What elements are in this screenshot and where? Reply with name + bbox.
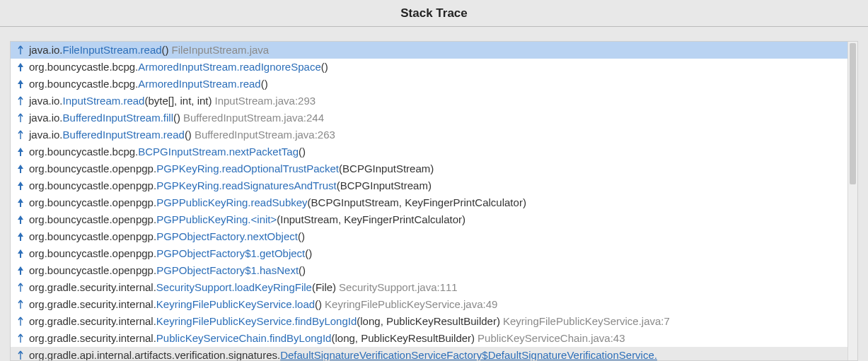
stack-frame-row[interactable]: org.gradle.security.internal.KeyringFile…	[11, 313, 857, 330]
package-name: org.bouncycastle.openpgp.	[29, 228, 156, 245]
method-params: (InputStream, KeyFingerPrintCalculator)	[277, 211, 465, 228]
stack-frame-row[interactable]: java.io.FileInputStream.read()FileInputS…	[11, 42, 857, 59]
up-arrow-icon	[15, 181, 26, 191]
stack-frame-row[interactable]: org.gradle.security.internal.KeyringFile…	[11, 296, 857, 313]
stack-frame-row[interactable]: org.bouncycastle.bcpg.BCPGInputStream.ne…	[11, 143, 857, 160]
panel-header: Stack Trace	[0, 0, 868, 27]
stack-frame-row[interactable]: org.gradle.api.internal.artifacts.verifi…	[11, 347, 857, 361]
package-name: org.bouncycastle.openpgp.	[29, 245, 156, 262]
package-name: org.gradle.security.internal.	[29, 279, 156, 296]
package-name: org.bouncycastle.bcpg.	[29, 143, 138, 160]
up-arrow-icon	[15, 300, 26, 309]
stack-frame-row[interactable]: java.io.InputStream.read(byte[], int, in…	[11, 93, 857, 110]
stack-frame-row[interactable]: org.bouncycastle.openpgp.PGPObjectFactor…	[11, 262, 857, 279]
method-name[interactable]: BufferedInputStream.fill	[63, 110, 173, 126]
method-name[interactable]: InputStream.read	[63, 93, 145, 110]
source-location: PublicKeyServiceChain.java:43	[478, 330, 625, 347]
method-name[interactable]: SecuritySupport.loadKeyRingFile	[156, 279, 312, 296]
method-params: (File)	[312, 279, 336, 296]
method-params: ()	[185, 126, 192, 143]
up-arrow-icon	[15, 198, 26, 208]
package-name: java.io.	[29, 93, 63, 110]
method-params: ()	[299, 262, 306, 279]
page-title: Stack Trace	[400, 6, 468, 20]
stack-frame-row[interactable]: org.bouncycastle.bcpg.ArmoredInputStream…	[11, 76, 857, 93]
stack-frame-row[interactable]: java.io.BufferedInputStream.fill()Buffer…	[11, 110, 857, 126]
method-params: (BCPGInputStream, KeyFingerPrintCalculat…	[308, 194, 526, 211]
method-name[interactable]: DefaultSignatureVerificationServiceFacto…	[280, 347, 657, 361]
method-name[interactable]: PublicKeyServiceChain.findByLongId	[156, 330, 332, 347]
up-arrow-icon	[15, 232, 26, 242]
stack-frame-row[interactable]: org.bouncycastle.openpgp.PGPObjectFactor…	[11, 228, 857, 245]
method-params: (BCPGInputStream)	[339, 160, 434, 177]
method-params: ()	[305, 245, 312, 262]
up-arrow-icon	[15, 130, 26, 140]
method-params: ()	[298, 228, 305, 245]
source-location: SecuritySupport.java:111	[339, 279, 458, 296]
stack-frame-row[interactable]: org.bouncycastle.openpgp.PGPPublicKeyRin…	[11, 211, 857, 228]
method-name[interactable]: PGPKeyRing.readOptionalTrustPacket	[156, 160, 339, 177]
trace-container: java.io.FileInputStream.read()FileInputS…	[0, 27, 868, 361]
source-location: KeyringFilePublicKeyService.java:49	[325, 296, 497, 313]
source-location: FileInputStream.java	[172, 42, 270, 59]
stack-frame-row[interactable]: org.bouncycastle.openpgp.PGPKeyRing.read…	[11, 177, 857, 194]
trace-panel: java.io.FileInputStream.read()FileInputS…	[10, 41, 858, 361]
package-name: org.bouncycastle.openpgp.	[29, 160, 156, 177]
stack-frame-row[interactable]: org.gradle.security.internal.SecuritySup…	[11, 279, 857, 296]
stack-frame-row[interactable]: org.bouncycastle.openpgp.PGPPublicKeyRin…	[11, 194, 857, 211]
method-name[interactable]: ArmoredInputStream.readIgnoreSpace	[138, 59, 320, 76]
method-name[interactable]: KeyringFilePublicKeyService.findByLongId	[156, 313, 357, 330]
method-name[interactable]: PGPKeyRing.readSignaturesAndTrust	[156, 177, 337, 194]
up-arrow-icon	[15, 266, 26, 276]
method-params: ()	[173, 110, 180, 126]
method-name[interactable]: PGPObjectFactory$1.getObject	[156, 245, 305, 262]
method-params: ()	[321, 59, 328, 76]
up-arrow-icon	[15, 113, 26, 123]
up-arrow-icon	[15, 79, 26, 89]
package-name: org.gradle.security.internal.	[29, 330, 156, 347]
up-arrow-icon	[15, 333, 26, 343]
method-name[interactable]: KeyringFilePublicKeyService.load	[156, 296, 315, 313]
stack-frame-row[interactable]: org.bouncycastle.openpgp.PGPObjectFactor…	[11, 245, 857, 262]
package-name: org.gradle.api.internal.artifacts.verifi…	[29, 347, 280, 361]
method-name[interactable]: ArmoredInputStream.read	[138, 76, 260, 93]
method-name[interactable]: FileInputStream.read	[63, 42, 162, 59]
package-name: java.io.	[29, 126, 63, 143]
method-params: (byte[], int, int)	[144, 93, 212, 110]
up-arrow-icon	[15, 96, 26, 106]
package-name: java.io.	[29, 42, 63, 59]
method-params: (long, PublicKeyResultBuilder)	[331, 330, 475, 347]
method-name[interactable]: BufferedInputStream.read	[63, 126, 185, 143]
package-name: org.gradle.security.internal.	[29, 296, 156, 313]
stack-frame-row[interactable]: java.io.BufferedInputStream.read()Buffer…	[11, 126, 857, 143]
up-arrow-icon	[15, 316, 26, 326]
up-arrow-icon	[15, 283, 26, 292]
method-name[interactable]: PGPObjectFactory$1.hasNext	[156, 262, 299, 279]
method-name[interactable]: BCPGInputStream.nextPacketTag	[138, 143, 299, 160]
method-params: ()	[261, 76, 268, 93]
package-name: org.bouncycastle.openpgp.	[29, 177, 156, 194]
up-arrow-icon	[15, 350, 26, 360]
up-arrow-icon	[15, 215, 26, 225]
stack-frame-row[interactable]: org.bouncycastle.openpgp.PGPKeyRing.read…	[11, 160, 857, 177]
source-location: BufferedInputStream.java:263	[195, 126, 335, 143]
vertical-scrollbar[interactable]	[847, 42, 857, 360]
method-name[interactable]: PGPObjectFactory.nextObject	[156, 228, 298, 245]
package-name: org.bouncycastle.openpgp.	[29, 211, 156, 228]
stack-frame-row[interactable]: org.bouncycastle.bcpg.ArmoredInputStream…	[11, 59, 857, 76]
source-location: BufferedInputStream.java:244	[183, 110, 324, 126]
package-name: org.bouncycastle.bcpg.	[29, 59, 138, 76]
package-name: org.bouncycastle.bcpg.	[29, 76, 138, 93]
method-name[interactable]: PGPPublicKeyRing.readSubkey	[156, 194, 307, 211]
up-arrow-icon	[15, 147, 26, 157]
method-params: ()	[315, 296, 322, 313]
package-name: org.gradle.security.internal.	[29, 313, 156, 330]
stack-frame-list: java.io.FileInputStream.read()FileInputS…	[11, 42, 857, 361]
up-arrow-icon	[15, 62, 26, 72]
method-name[interactable]: PGPPublicKeyRing.<init>	[156, 211, 277, 228]
package-name: org.bouncycastle.openpgp.	[29, 262, 156, 279]
up-arrow-icon	[15, 164, 26, 174]
package-name: org.bouncycastle.openpgp.	[29, 194, 156, 211]
stack-frame-row[interactable]: org.gradle.security.internal.PublicKeySe…	[11, 330, 857, 347]
scrollbar-thumb[interactable]	[850, 43, 856, 184]
